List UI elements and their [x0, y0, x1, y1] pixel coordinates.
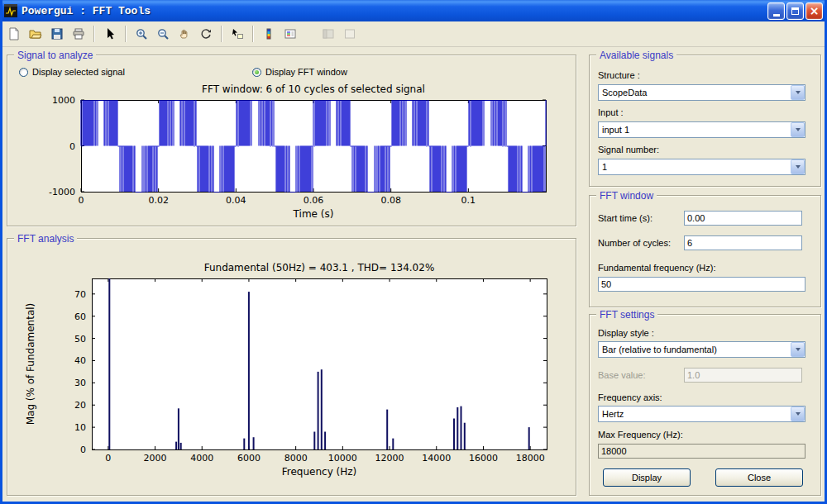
fundamental-frequency-label: Fundamental frequency (Hz):: [598, 263, 715, 273]
svg-text:10000: 10000: [328, 453, 357, 464]
open-icon[interactable]: [26, 24, 45, 44]
app-icon: [4, 4, 17, 17]
signal-number-select[interactable]: 1: [598, 159, 805, 175]
chevron-down-icon: [791, 407, 805, 421]
close-button[interactable]: ×: [805, 2, 823, 20]
toolbar: [0, 21, 827, 47]
chevron-down-icon: [791, 85, 805, 100]
svg-text:-1000: -1000: [49, 187, 75, 197]
print-icon[interactable]: [69, 24, 88, 44]
svg-text:Frequency (Hz): Frequency (Hz): [282, 466, 357, 478]
toolbar-separator: [252, 26, 254, 42]
svg-text:Fundamental (50Hz) = 403.1 , T: Fundamental (50Hz) = 403.1 , THD= 134.02…: [204, 262, 435, 273]
input-value: input 1: [599, 125, 791, 135]
svg-text:20: 20: [74, 400, 86, 411]
input-label: Input :: [598, 107, 624, 117]
svg-text:0: 0: [80, 445, 86, 455]
radio-label: Display FFT window: [265, 67, 347, 77]
svg-text:40: 40: [74, 355, 86, 366]
svg-text:18000: 18000: [516, 453, 545, 464]
fft-window-plot: 00.020.040.060.080.1-100001000FFT window…: [17, 82, 567, 222]
close-panel-button[interactable]: Close: [715, 468, 803, 487]
frequency-axis-value: Hertz: [599, 409, 791, 419]
toolbar-separator: [93, 26, 95, 42]
max-frequency-label: Max Frequency (Hz):: [598, 430, 683, 440]
powergui-window: Powergui : FFT Tools ×: [0, 0, 827, 504]
svg-text:FFT window: 6 of 10 cycles of: FFT window: 6 of 10 cycles of selected s…: [202, 83, 425, 95]
signal-panel-title: Signal to analyze: [14, 50, 96, 61]
display-style-label: Display style :: [598, 328, 654, 338]
zoom-out-icon[interactable]: [153, 24, 173, 44]
radio-display-fft-window[interactable]: Display FFT window: [252, 67, 347, 77]
input-select[interactable]: input 1: [598, 121, 805, 138]
svg-text:Mag (% of Fundamental): Mag (% of Fundamental): [25, 303, 36, 426]
structure-value: ScopeData: [599, 88, 791, 97]
structure-label: Structure :: [598, 70, 640, 80]
fft-panel-title: FFT analysis: [14, 233, 77, 245]
figure-palette-icon: [318, 24, 338, 44]
maximize-icon: [791, 7, 799, 15]
start-time-label: Start time (s):: [598, 213, 653, 223]
available-signals-title: Available signals: [596, 50, 676, 61]
display-style-value: Bar (relative to fundamental): [599, 345, 791, 354]
svg-text:50: 50: [74, 334, 86, 345]
fft-window-title: FFT window: [596, 190, 657, 202]
cycles-input[interactable]: [684, 235, 802, 250]
svg-text:1000: 1000: [52, 95, 75, 106]
signal-number-label: Signal number:: [598, 145, 659, 155]
radio-display-selected-signal[interactable]: Display selected signal: [19, 67, 125, 77]
base-value-input: [684, 368, 802, 383]
svg-text:70: 70: [74, 289, 86, 300]
close-icon: ×: [810, 5, 820, 17]
svg-text:4000: 4000: [190, 453, 213, 464]
insert-legend-icon[interactable]: [280, 24, 300, 44]
insert-colorbar-icon[interactable]: [259, 24, 279, 44]
svg-text:0.02: 0.02: [148, 195, 169, 206]
svg-text:2000: 2000: [144, 453, 167, 464]
fft-analysis-panel: FFT analysis 020004000600080001000012000…: [7, 238, 576, 496]
signal-to-analyze-panel: Signal to analyze Display selected signa…: [7, 55, 576, 226]
toolbar-separator: [221, 26, 222, 42]
display-style-select[interactable]: Bar (relative to fundamental): [598, 341, 805, 358]
radio-icon: [19, 68, 28, 77]
chevron-down-icon: [791, 122, 805, 137]
maximize-button[interactable]: [786, 2, 804, 20]
rotate-3d-icon[interactable]: [196, 24, 216, 44]
pan-hand-icon[interactable]: [174, 24, 194, 44]
svg-text:6000: 6000: [237, 453, 261, 464]
data-cursor-icon[interactable]: [227, 24, 247, 44]
svg-text:Time (s): Time (s): [293, 208, 334, 220]
pointer-icon[interactable]: [100, 24, 120, 44]
display-button[interactable]: Display: [603, 468, 691, 487]
svg-text:8000: 8000: [284, 453, 308, 464]
chevron-down-icon: [791, 159, 805, 174]
signal-number-value: 1: [599, 162, 791, 172]
svg-text:0: 0: [79, 195, 84, 206]
fft-spectrum-plot: 0200040006000800010000120001400016000180…: [17, 249, 567, 490]
svg-text:30: 30: [74, 378, 86, 388]
svg-text:0.04: 0.04: [226, 195, 246, 206]
max-frequency-input[interactable]: [598, 444, 805, 459]
cycles-label: Number of cycles:: [598, 238, 671, 248]
svg-text:12000: 12000: [375, 453, 404, 464]
zoom-in-icon[interactable]: [131, 24, 151, 44]
titlebar[interactable]: Powergui : FFT Tools ×: [0, 0, 827, 21]
new-icon[interactable]: [4, 24, 24, 44]
svg-text:0.1: 0.1: [461, 195, 476, 206]
svg-text:10: 10: [74, 422, 86, 433]
fft-window-panel: FFT window Start time (s): Number of cyc…: [589, 195, 821, 307]
start-time-input[interactable]: [684, 211, 802, 226]
svg-text:14000: 14000: [422, 453, 451, 464]
fft-settings-title: FFT settings: [596, 309, 657, 321]
frequency-axis-label: Frequency axis:: [598, 392, 662, 402]
radio-icon-selected: [252, 68, 261, 77]
frequency-axis-select[interactable]: Hertz: [598, 406, 805, 422]
fundamental-frequency-input[interactable]: [598, 277, 805, 292]
chevron-down-icon: [791, 342, 805, 357]
svg-text:16000: 16000: [469, 453, 498, 464]
structure-select[interactable]: ScopeData: [598, 84, 805, 101]
minimize-button[interactable]: [767, 2, 785, 20]
save-icon[interactable]: [47, 24, 67, 44]
svg-text:0: 0: [69, 141, 75, 152]
window-title: Powergui : FFT Tools: [22, 5, 763, 17]
